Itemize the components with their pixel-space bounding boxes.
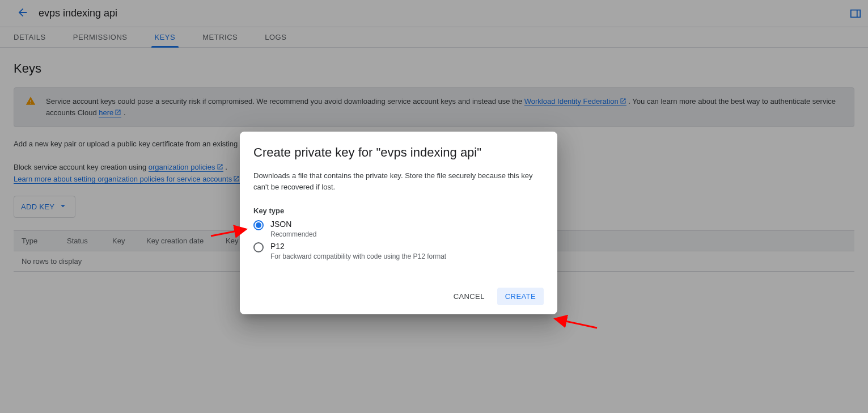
create-private-key-dialog: Create private key for "evps indexing ap… [240,132,557,314]
svg-line-0 [211,229,246,236]
radio-help: Recommended [270,230,316,238]
radio-help: For backward compatibility with code usi… [270,252,446,260]
create-button[interactable]: CREATE [497,288,544,305]
cancel-button[interactable]: CANCEL [446,288,493,305]
radio-label: P12 [270,242,446,251]
svg-line-1 [555,319,597,328]
dialog-description: Downloads a file that contains the priva… [253,170,544,193]
radio-json[interactable]: JSON Recommended [253,220,544,238]
dialog-title: Create private key for "evps indexing ap… [253,145,544,160]
annotation-arrow-icon [553,315,598,334]
radio-p12[interactable]: P12 For backward compatibility with code… [253,242,544,260]
annotation-arrow-icon [211,226,251,242]
radio-icon [253,242,264,252]
key-type-label: Key type [253,206,544,215]
radio-icon [253,220,264,230]
radio-label: JSON [270,220,316,229]
